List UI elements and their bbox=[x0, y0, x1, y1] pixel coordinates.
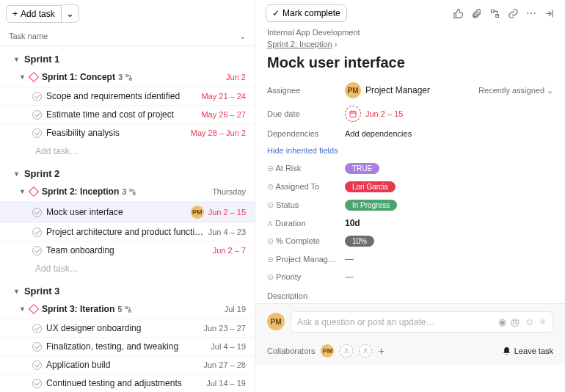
emoji-icon[interactable]: ☺ bbox=[525, 316, 534, 327]
star-icon[interactable]: ✧ bbox=[539, 316, 547, 327]
caret-down-icon[interactable]: ▼ bbox=[13, 56, 20, 63]
task-row[interactable]: UX designer onboardingJun 23 – 27 bbox=[0, 319, 255, 337]
subsection-header[interactable]: ▼Sprint 3: Iteration 5 Jul 19 bbox=[0, 300, 255, 319]
task-row[interactable]: Feasibility analysisMay 28 – Jun 2 bbox=[0, 123, 255, 142]
complete-checkbox[interactable] bbox=[32, 228, 42, 237]
assignee-avatar[interactable]: PM bbox=[191, 206, 204, 219]
complete-checkbox[interactable] bbox=[32, 110, 42, 120]
task-row[interactable]: Project architecture and product functio… bbox=[0, 222, 255, 241]
assigned-to-pill[interactable]: Lori Garcia bbox=[345, 181, 396, 192]
plus-icon: + bbox=[12, 9, 18, 19]
milestone-icon bbox=[29, 72, 39, 82]
subtask-icon[interactable] bbox=[489, 8, 500, 19]
complete-checkbox[interactable] bbox=[32, 324, 42, 333]
field-priority: ⊝ Priority — bbox=[255, 268, 565, 286]
leave-task-button[interactable]: Leave task bbox=[502, 346, 553, 356]
hide-inherited-fields[interactable]: Hide inherited fields bbox=[255, 142, 565, 159]
more-icon[interactable]: ⋯ bbox=[526, 7, 536, 19]
caret-down-icon[interactable]: ▼ bbox=[19, 188, 26, 195]
duration-value[interactable]: 10d bbox=[345, 218, 360, 228]
link-icon[interactable] bbox=[508, 8, 519, 19]
task-row[interactable]: Estimate time and cost of projectMay 26 … bbox=[0, 105, 255, 123]
add-task-inline[interactable]: Add task… bbox=[0, 142, 255, 161]
dependencies-label: Dependencies bbox=[267, 129, 339, 138]
assignee-name[interactable]: Project Manager bbox=[365, 85, 430, 95]
breadcrumb-project[interactable]: Internal App Development bbox=[267, 28, 360, 37]
record-icon[interactable]: ◉ bbox=[498, 316, 506, 327]
mark-complete-button[interactable]: ✓ Mark complete bbox=[266, 4, 347, 22]
collaborator-avatar[interactable]: PM bbox=[321, 344, 334, 357]
at-risk-pill[interactable]: TRUE bbox=[345, 163, 379, 174]
section-header[interactable]: ▼Sprint 3 bbox=[0, 278, 255, 300]
recently-assigned-dropdown[interactable]: Recently assigned ⌄ bbox=[478, 86, 553, 95]
task-title[interactable]: Mock user interface bbox=[255, 50, 565, 79]
field-assignee: Assignee PM Project Manager Recently ass… bbox=[255, 79, 565, 102]
field-duration: A Duration 10d bbox=[255, 214, 565, 232]
subsection-date: Thursday bbox=[212, 187, 246, 196]
add-task-dropdown[interactable]: ⌄ bbox=[62, 4, 79, 23]
pct-complete-pill[interactable]: 10% bbox=[345, 236, 374, 247]
complete-checkbox[interactable] bbox=[32, 92, 42, 101]
assignee-label: Assignee bbox=[267, 86, 339, 95]
milestone-icon bbox=[29, 186, 39, 197]
subsection-header[interactable]: ▼Sprint 2: Inception 3 Thursday bbox=[0, 182, 255, 201]
section-header[interactable]: ▼Sprint 2 bbox=[0, 161, 255, 182]
task-date: Jun 23 – 27 bbox=[204, 324, 247, 333]
task-row[interactable]: Team onboardingJun 2 – 7 bbox=[0, 241, 255, 259]
field-due-date: Due date Jun 2 – 15 bbox=[255, 102, 565, 126]
field-icon: ⊝ bbox=[267, 164, 274, 173]
attachment-icon[interactable] bbox=[471, 8, 482, 19]
like-icon[interactable] bbox=[453, 8, 464, 19]
add-task-button[interactable]: + Add task bbox=[6, 5, 62, 23]
complete-checkbox[interactable] bbox=[32, 128, 42, 138]
caret-down-icon[interactable]: ▼ bbox=[13, 170, 20, 178]
breadcrumb-section[interactable]: Sprint 2: Inception bbox=[267, 40, 332, 48]
complete-checkbox[interactable] bbox=[32, 360, 42, 370]
status-pill[interactable]: In Progress bbox=[345, 200, 397, 211]
task-row[interactable]: Continued testing and adjustmentsJul 14 … bbox=[0, 374, 255, 392]
add-collaborator-2[interactable] bbox=[359, 344, 372, 357]
due-date-label: Due date bbox=[267, 109, 339, 118]
task-date: May 28 – Jun 2 bbox=[191, 128, 246, 137]
calendar-icon[interactable] bbox=[345, 106, 361, 122]
complete-checkbox[interactable] bbox=[32, 342, 42, 352]
field-icon: ⊝ bbox=[267, 255, 274, 264]
task-date: May 21 – 24 bbox=[201, 92, 246, 101]
field-pct-complete: ⊝ % Complete 10% bbox=[255, 232, 565, 250]
task-row[interactable]: Mock user interfacePMJun 2 – 15 bbox=[0, 201, 255, 222]
task-row[interactable]: Finalization, testing, and tweakingJul 4… bbox=[0, 337, 255, 355]
complete-checkbox[interactable] bbox=[32, 246, 42, 255]
mention-icon[interactable]: @ bbox=[511, 316, 520, 327]
description-label: Description bbox=[255, 286, 565, 303]
complete-checkbox[interactable] bbox=[32, 379, 42, 388]
collaborators-label: Collaborators bbox=[267, 346, 315, 355]
add-task-inline[interactable]: Add task… bbox=[0, 259, 255, 278]
assignee-avatar[interactable]: PM bbox=[345, 82, 361, 98]
task-title: Team onboarding bbox=[46, 245, 208, 255]
close-panel-icon[interactable] bbox=[544, 8, 555, 19]
field-icon: ⊝ bbox=[267, 272, 274, 281]
project-manage-value[interactable]: — bbox=[345, 254, 354, 264]
field-at-risk: ⊝ At Risk TRUE bbox=[255, 159, 565, 178]
caret-down-icon[interactable]: ▼ bbox=[13, 288, 20, 295]
task-date: May 26 – 27 bbox=[201, 110, 246, 119]
subsection-header[interactable]: ▼Sprint 1: Concept 3 Jun 2 bbox=[0, 68, 255, 87]
add-dependencies-button[interactable]: Add dependencies bbox=[345, 129, 412, 138]
task-title: Scope and requirements identified bbox=[46, 91, 197, 101]
chevron-down-icon[interactable]: ⌄ bbox=[239, 32, 246, 41]
section-header[interactable]: ▼Sprint 1 bbox=[0, 46, 255, 68]
caret-down-icon[interactable]: ▼ bbox=[19, 73, 26, 81]
task-title: Mock user interface bbox=[46, 207, 186, 217]
caret-down-icon[interactable]: ▼ bbox=[19, 305, 26, 313]
field-icon: A bbox=[267, 219, 273, 228]
comment-input[interactable]: Ask a question or post an update… ◉ @ ☺ … bbox=[291, 311, 553, 333]
due-date-value[interactable]: Jun 2 – 15 bbox=[365, 109, 403, 118]
task-row[interactable]: Application buildJun 27 – 28 bbox=[0, 355, 255, 374]
task-row[interactable]: Scope and requirements identifiedMay 21 … bbox=[0, 87, 255, 105]
add-collaborator-1[interactable] bbox=[340, 344, 353, 357]
task-title: Feasibility analysis bbox=[46, 128, 186, 138]
complete-checkbox[interactable] bbox=[32, 208, 42, 217]
current-user-avatar: PM bbox=[267, 313, 285, 330]
add-collaborator-plus[interactable]: + bbox=[378, 345, 384, 357]
priority-value[interactable]: — bbox=[345, 272, 354, 282]
